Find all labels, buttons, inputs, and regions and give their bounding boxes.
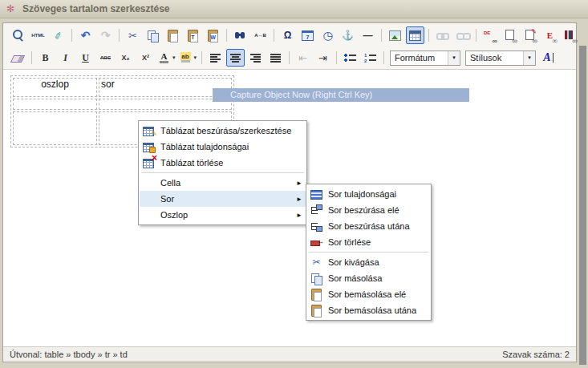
paste2-icon [310,288,323,301]
submenu-row-paste-after[interactable]: Sor bemásolása utána [307,302,430,318]
document-link-button[interactable] [501,26,519,44]
submenu-row-delete[interactable]: Sor törlése [307,234,430,250]
italic-button[interactable]: I [56,49,75,67]
bg-color-icon: ab [179,51,193,65]
e-link-button[interactable]: E [541,26,559,44]
menu-column[interactable]: Oszlop► [140,207,306,223]
window-title: Szöveges tartalom szerkesztése [22,3,169,14]
underline-button[interactable]: U [76,49,95,67]
replace-button[interactable]: A→B [251,26,270,44]
eraser-icon [11,51,25,65]
toolbar-separator [274,29,274,42]
insert-time-button[interactable]: ◷ [318,26,337,44]
templates-button[interactable]: ✐ [49,26,67,44]
element-path[interactable]: Útvonal: table » tbody » tr » td [10,350,128,359]
bullet-list-button[interactable] [341,49,359,67]
table-grid-icon [408,29,422,42]
source-button[interactable]: HTML [29,26,47,44]
menu-cell[interactable]: Cella► [140,175,306,191]
paste-text-button[interactable]: T [184,26,202,44]
format-combo[interactable]: Formátum▾ [390,51,460,66]
preview-button[interactable] [9,26,27,44]
menu-table-insert-edit[interactable]: Táblázat beszúrása/szerkesztése [140,123,306,139]
toolbar-row-2: BIUABCX₂X²A▾ab▾⇤⇥Formátum▾Stílusok▾A [3,47,576,69]
remove-format-button[interactable] [9,49,27,67]
row-submenu: Sor tulajdonságaiSor beszúrása eléSor be… [306,184,432,321]
editor-table-cell[interactable] [13,111,97,145]
toolbar-separator [381,29,382,42]
text-color-button[interactable]: A▾ [156,49,176,67]
superscript-icon: X² [139,51,152,65]
submenu-row-cut[interactable]: ✂Sor kivágása [307,254,430,270]
de-link-icon: DE [483,29,497,42]
outdent-icon: ⇤ [296,51,310,65]
align-left-button[interactable] [206,49,225,67]
submenu-row-insert-after-label: Sor beszúrása utána [328,221,427,231]
internal-link-button[interactable]: DE [481,26,499,44]
table-button[interactable] [406,26,424,44]
tbl-edit-icon [142,124,156,137]
numbered-list-button[interactable] [361,49,379,67]
strike-icon: ABC [99,51,112,65]
about-a-icon: A [541,51,555,65]
submenu-row-insert-after[interactable]: Sor beszúrása utána [307,218,430,234]
submenu-row-copy[interactable]: Sor másolása [307,270,430,286]
menu-table-insert-edit-label: Táblázat beszúrása/szerkesztése [160,126,302,135]
paste-button[interactable] [164,26,182,44]
copy-button[interactable] [144,26,162,44]
highlight-color-button[interactable]: ab▾ [178,49,198,67]
subscript-button[interactable]: X₂ [116,49,135,67]
replace-icon: A→B [253,29,267,42]
submenu-arrow-icon: ► [296,212,302,219]
menu-table-delete[interactable]: Táblázat törlése [140,155,306,171]
italic-icon: I [59,51,72,65]
table-context-menu: Táblázat beszúrása/szerkesztéseTáblázat … [138,120,307,225]
menu-row[interactable]: Sor► [140,191,306,207]
submenu-arrow-icon: ► [296,180,302,187]
justify-button[interactable] [266,49,285,67]
align-right-button[interactable] [246,49,265,67]
anchor-button[interactable]: ⚓ [339,26,357,44]
paste-text-icon: T [186,29,200,42]
doc-edit-link-icon: ✎ [523,29,537,42]
document-edit-link-button[interactable]: ✎ [521,26,539,44]
special-char-button[interactable]: Ω [278,26,297,44]
bold-button[interactable]: B [36,49,55,67]
align-center-button[interactable] [226,49,245,67]
styles-combo[interactable]: Stílusok▾ [465,51,536,66]
editor-table-cell[interactable]: oszlop [13,78,97,97]
library-link-button[interactable] [561,26,579,44]
indent-button[interactable]: ⇥ [314,49,332,67]
cut2-icon: ✂ [310,256,323,269]
submenu-row-paste-before[interactable]: Sor bemásolása elé [307,286,430,302]
chevron-down-icon[interactable]: ▾ [523,51,535,65]
about-button[interactable]: A [539,49,558,67]
horizontal-rule-button[interactable]: — [359,26,377,44]
submenu-row-properties[interactable]: Sor tulajdonságai [307,186,430,202]
row-del-icon [310,236,323,249]
menu-cell-label: Cella [160,178,290,188]
brush-icon: ✐ [50,27,67,44]
omega-icon: Ω [281,29,294,42]
align-center-icon [229,51,242,65]
menu-table-properties[interactable]: Táblázat tulajdonságai [140,139,306,155]
toolbar-separator [201,51,202,64]
paste-word-icon: W [206,29,220,42]
binoculars-icon [233,29,247,42]
find-button[interactable] [231,26,249,44]
cut-button[interactable]: ✂ [124,26,142,44]
tbl-del-icon [142,156,156,169]
paste-word-button[interactable]: W [204,26,222,44]
insert-date-button[interactable]: 7 [298,26,317,44]
submenu-row-delete-label: Sor törlése [328,237,427,247]
ol-icon [363,51,377,65]
submenu-row-insert-before[interactable]: Sor beszúrása elé [307,202,430,218]
paste-icon [166,29,180,42]
strikethrough-button[interactable]: ABC [96,49,115,67]
e-link-icon: E [543,29,557,42]
undo-button[interactable]: ↶ [76,26,95,44]
superscript-button[interactable]: X² [136,49,155,67]
editor-table-cell[interactable] [13,99,97,110]
chevron-down-icon[interactable]: ▾ [448,51,460,65]
image-button[interactable] [386,26,404,44]
